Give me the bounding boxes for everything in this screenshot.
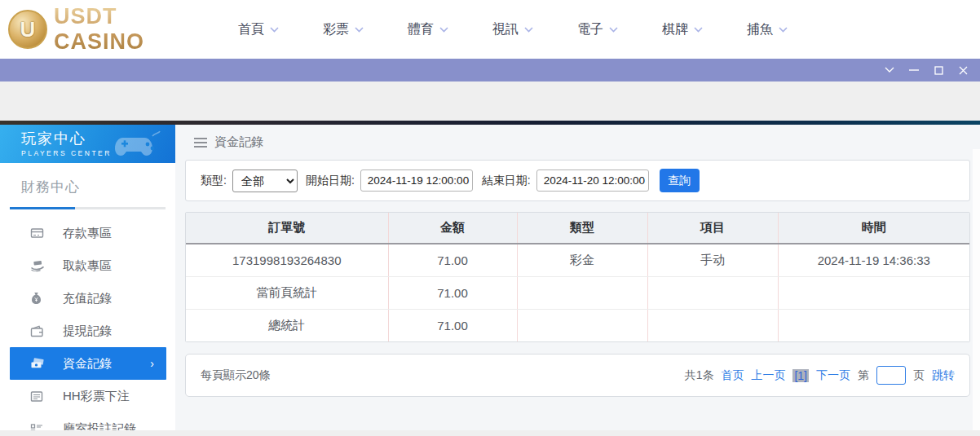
breadcrumb: 資金記錄 <box>185 125 980 160</box>
cell-empty <box>778 276 969 309</box>
jump-action-link[interactable]: 跳转 <box>932 368 955 383</box>
total-count-text: 共1条 <box>685 368 714 383</box>
table-row-grand-total: 總統計 71.00 <box>186 309 969 341</box>
first-page-link[interactable]: 首页 <box>721 368 744 383</box>
chevron-down-icon <box>270 27 279 33</box>
sidebar-item-recharge-records[interactable]: 充值記錄 <box>0 282 175 315</box>
window-maximize-button[interactable] <box>926 59 951 81</box>
next-page-link[interactable]: 下一页 <box>816 368 850 383</box>
chevron-down-icon <box>524 27 533 33</box>
brand-name: USDT CASINO <box>54 4 200 55</box>
deposit-card-icon <box>30 227 46 240</box>
maximize-icon <box>934 66 943 75</box>
nav-item-lottery[interactable]: 彩票 <box>301 21 386 38</box>
nav-item-board-games[interactable]: 棋牌 <box>640 21 725 38</box>
sidebar-item-fund-records[interactable]: 資金記錄 › <box>10 347 166 380</box>
logo-letter: U <box>20 17 36 42</box>
sidebar-item-withdraw-zone[interactable]: 取款專區 <box>0 249 175 282</box>
sidebar-item-deposit-zone[interactable]: 存款專區 <box>0 217 175 249</box>
sidebar-item-withdrawal-records[interactable]: 提現記錄 <box>0 315 175 347</box>
sidebar-item-label: 存款專區 <box>63 226 112 241</box>
cell-empty <box>517 276 647 309</box>
window-close-button[interactable] <box>951 59 975 81</box>
wallet-icon <box>30 325 46 337</box>
minimize-icon <box>909 69 919 71</box>
nav-item-slots[interactable]: 電子 <box>555 21 640 38</box>
sidebar-menu: 存款專區 取款專區 充值記錄 提現記錄 <box>0 217 175 430</box>
current-page-indicator: [1] <box>792 369 809 382</box>
end-date-input[interactable] <box>536 170 649 192</box>
window-title-bar <box>0 59 980 81</box>
cell-amount: 71.00 <box>388 309 517 341</box>
logo-ball-icon: U <box>8 10 47 49</box>
nav-item-live-video[interactable]: 視訊 <box>470 21 555 38</box>
filter-panel: 類型: 全部 開始日期: 結束日期: 查詢 <box>185 160 970 201</box>
close-icon <box>959 66 968 75</box>
sidebar-item-label: 取款專區 <box>63 258 112 274</box>
start-date-input[interactable] <box>360 170 473 192</box>
sidebar-item-hh-lottery-bets[interactable]: HH彩票下注 <box>0 380 175 412</box>
col-header-order-no: 訂單號 <box>186 213 388 244</box>
jump-prefix-label: 第 <box>858 368 869 383</box>
records-table-panel: 訂單號 金額 類型 項目 時間 1731998193264830 71.00 彩… <box>185 212 970 342</box>
chevron-down-icon <box>609 27 618 33</box>
col-header-amount: 金額 <box>388 213 517 244</box>
prev-page-link[interactable]: 上一页 <box>751 368 785 383</box>
chevron-down-icon <box>355 27 364 33</box>
pagination-panel: 每頁顯示20條 共1条 首页 上一页 [1] 下一页 第 页 跳转 <box>185 354 970 397</box>
nav-item-label: 首頁 <box>238 21 264 38</box>
cell-item: 手动 <box>647 244 778 276</box>
sidebar-item-room-bet-records[interactable]: 廳室投註記錄 <box>0 412 175 430</box>
nav-item-label: 彩票 <box>323 21 349 38</box>
nav-item-label: 電子 <box>577 21 603 38</box>
finance-center-section-title: 財務中心 <box>21 178 175 196</box>
cell-empty <box>778 309 969 341</box>
sidebar-item-label: HH彩票下注 <box>63 389 130 404</box>
chevron-down-icon <box>885 67 894 73</box>
cell-amount: 71.00 <box>388 276 517 309</box>
cell-label: 總統計 <box>186 309 388 341</box>
page-jump-input[interactable] <box>876 366 906 385</box>
pagination-controls: 共1条 首页 上一页 [1] 下一页 第 页 跳转 <box>685 366 955 385</box>
spacer-band <box>0 81 980 121</box>
chevron-down-icon <box>694 27 703 33</box>
nav-item-label: 棋牌 <box>662 21 688 38</box>
sidebar: 玩家中心 PLAYERS CENTER 財務中心 存款專區 <box>0 125 175 430</box>
cell-amount: 71.00 <box>388 244 517 276</box>
hamburger-menu-icon[interactable] <box>194 138 207 148</box>
chevron-down-icon <box>779 27 788 33</box>
nav-item-label: 捕魚 <box>747 21 773 38</box>
scrollbar-track[interactable] <box>973 149 980 430</box>
chevron-down-icon <box>439 27 448 33</box>
records-checklist-icon <box>30 423 46 431</box>
cell-order-no: 1731998193264830 <box>186 244 388 276</box>
col-header-time: 時間 <box>778 213 969 244</box>
search-button[interactable]: 查詢 <box>660 169 700 192</box>
start-date-label: 開始日期: <box>306 174 355 188</box>
cell-empty <box>517 309 647 341</box>
sidebar-item-label: 資金記錄 <box>63 356 112 372</box>
type-filter-label: 類型: <box>201 174 227 188</box>
cell-empty <box>647 276 778 309</box>
page-size-text: 每頁顯示20條 <box>201 368 271 383</box>
nav-item-sports[interactable]: 體育 <box>386 21 470 38</box>
fund-records-table: 訂單號 金額 類型 項目 時間 1731998193264830 71.00 彩… <box>186 213 969 341</box>
cell-label: 當前頁統計 <box>186 276 388 309</box>
players-center-header: 玩家中心 PLAYERS CENTER <box>0 125 175 163</box>
nav-item-home[interactable]: 首頁 <box>216 21 301 38</box>
cell-time: 2024-11-19 14:36:33 <box>778 244 969 276</box>
nav-item-fishing[interactable]: 捕魚 <box>725 21 810 38</box>
jump-suffix-label: 页 <box>913 368 925 383</box>
window-dropdown-button[interactable] <box>877 59 902 81</box>
type-select[interactable]: 全部 <box>232 170 298 192</box>
brand-logo[interactable]: U USDT CASINO <box>8 4 200 55</box>
sidebar-item-label: 提現記錄 <box>63 324 112 339</box>
end-date-label: 結束日期: <box>482 174 531 188</box>
withdraw-hand-icon <box>30 259 46 272</box>
main-area: 玩家中心 PLAYERS CENTER 財務中心 存款專區 <box>0 125 980 430</box>
col-header-type: 類型 <box>517 213 647 244</box>
window-minimize-button[interactable] <box>902 59 926 81</box>
content-area: 資金記錄 類型: 全部 開始日期: 結束日期: 查詢 訂單 <box>175 125 980 430</box>
page-title: 資金記錄 <box>214 134 263 150</box>
lottery-list-icon <box>30 390 46 403</box>
